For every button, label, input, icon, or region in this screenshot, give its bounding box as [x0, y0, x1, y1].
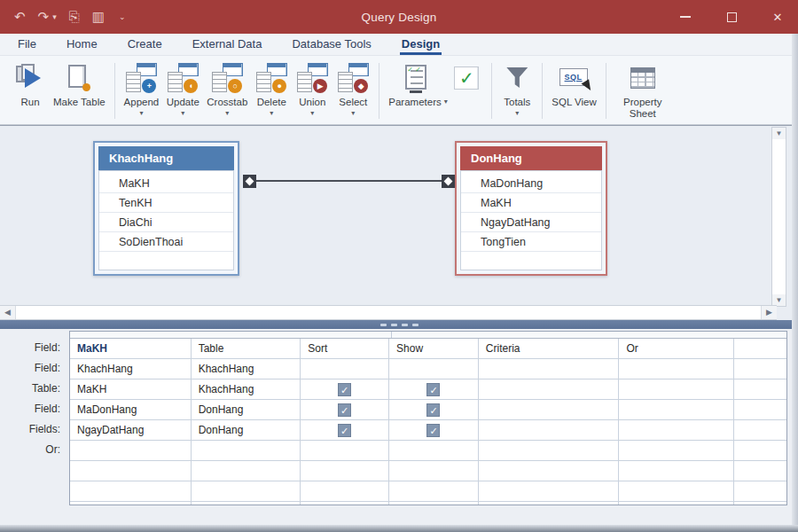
grid-cell[interactable]	[389, 481, 479, 501]
crosstab-button[interactable]: ○Crosstab▾	[203, 59, 251, 117]
property-sheet-button[interactable]: Property Sheet	[612, 59, 674, 120]
table-card-title[interactable]: KhachHang	[98, 146, 234, 170]
dropdown-caret-icon[interactable]: ▾	[515, 109, 519, 117]
table-card-donhang[interactable]: DonHang MaDonHangMaKHNgayDatHangTongTien	[455, 141, 607, 276]
grid-cell[interactable]	[70, 502, 192, 505]
field-row-tenkh[interactable]: TenKH	[99, 193, 233, 213]
grid-cell[interactable]	[734, 339, 786, 358]
grid-cell[interactable]	[479, 502, 620, 505]
sql-view-button[interactable]: SQLSQL View	[548, 59, 600, 108]
show-checkbox[interactable]: ✓	[426, 403, 440, 417]
grid-cell[interactable]	[619, 359, 734, 379]
dropdown-caret-icon[interactable]: ▾	[310, 109, 314, 117]
grid-cell[interactable]	[389, 441, 479, 460]
grid-cell[interactable]	[479, 359, 620, 379]
table-card-khachhang[interactable]: KhachHang MaKHTenKHDiaChiSoDienThoai	[93, 141, 239, 276]
grid-cell[interactable]	[479, 379, 620, 399]
field-row-tongtien[interactable]: TongTien	[461, 232, 601, 252]
grid-cell[interactable]	[479, 420, 620, 440]
dropdown-caret-icon[interactable]: ▾	[351, 109, 355, 117]
grid-cell[interactable]: KhachHang	[192, 379, 301, 399]
tab-database-tools[interactable]: Database Tools	[290, 35, 372, 54]
tab-home[interactable]: Home	[65, 35, 99, 54]
query-grid[interactable]: MaKHTableSortShowCriteriaOrKhachHangKhac…	[69, 331, 787, 505]
scroll-right-icon[interactable]: ▶	[761, 306, 777, 319]
show-checkbox[interactable]: ✓	[338, 383, 351, 396]
run-button[interactable]: Run	[11, 59, 50, 108]
grid-cell[interactable]: DonHang	[192, 420, 301, 440]
grid-cell[interactable]	[479, 441, 620, 460]
grid-cell[interactable]	[70, 461, 192, 481]
dropdown-caret-icon[interactable]: ▾	[444, 98, 448, 106]
grid-cell[interactable]: KhachHang	[192, 359, 301, 379]
vertical-scrollbar[interactable]: ▼ ▼	[771, 127, 786, 307]
grid-cell[interactable]	[389, 461, 479, 481]
grid-cell[interactable]	[619, 379, 734, 399]
grid-cell[interactable]: Or	[619, 339, 734, 358]
grid-cell[interactable]	[619, 502, 734, 505]
grid-cell[interactable]	[734, 502, 786, 505]
grid-cell[interactable]	[301, 359, 389, 379]
union-button[interactable]: ▶Union▾	[292, 59, 332, 117]
tab-external-data[interactable]: External Data	[191, 35, 264, 54]
close-button[interactable]: ✕	[766, 5, 789, 28]
grid-cell[interactable]	[192, 502, 301, 505]
tab-design[interactable]: Design	[400, 35, 442, 54]
field-row-makh[interactable]: MaKH	[99, 174, 233, 193]
grid-cell[interactable]	[734, 420, 786, 440]
grid-cell[interactable]	[734, 461, 786, 481]
show-checkbox[interactable]: ✓	[426, 383, 440, 396]
grid-cell[interactable]: ✓	[389, 400, 479, 419]
grid-cell[interactable]	[734, 441, 786, 460]
grid-cell[interactable]: Criteria	[479, 339, 620, 358]
grid-cell[interactable]	[734, 481, 786, 501]
tab-create[interactable]: Create	[126, 35, 164, 54]
horizontal-scrollbar[interactable]: ◀ ▶	[0, 305, 777, 320]
grid-cell[interactable]	[389, 359, 479, 379]
grid-cell[interactable]	[619, 441, 734, 460]
show-checkbox[interactable]: ✓	[426, 424, 440, 437]
grid-cell[interactable]	[479, 481, 620, 501]
grid-cell[interactable]: KhachHang	[70, 359, 192, 379]
grid-cell[interactable]	[70, 441, 192, 460]
grid-cell[interactable]	[192, 461, 301, 481]
grid-cell[interactable]	[479, 400, 620, 419]
tab-file[interactable]: File	[16, 35, 38, 54]
grid-cell[interactable]	[619, 400, 734, 419]
grid-cell[interactable]	[619, 420, 734, 440]
table-card-title[interactable]: DonHang	[460, 146, 602, 170]
grid-cell[interactable]	[301, 461, 389, 481]
dropdown-caret-icon[interactable]: ▾	[181, 109, 184, 117]
totals-button[interactable]: Totals▾	[497, 59, 536, 117]
grid-cell[interactable]	[192, 481, 301, 501]
grid-cell[interactable]	[619, 481, 734, 501]
maximize-button[interactable]	[720, 5, 743, 28]
scroll-left-icon[interactable]: ◀	[0, 306, 16, 319]
grid-cell[interactable]: ✓	[389, 379, 479, 399]
grid-cell[interactable]	[479, 461, 620, 481]
delete-button[interactable]: ●Delete▾	[251, 59, 292, 117]
parameters-button[interactable]: ✓ ✓Parameters▾	[385, 59, 447, 108]
append-button[interactable]: +Append▾	[121, 59, 163, 117]
dropdown-caret-icon[interactable]: ▾	[225, 109, 229, 117]
grid-cell[interactable]	[70, 481, 192, 501]
grid-cell[interactable]	[192, 441, 301, 460]
dropdown-caret-icon[interactable]: ▾	[139, 109, 143, 117]
grid-cell[interactable]	[301, 441, 389, 460]
show-checkbox[interactable]: ✓	[338, 403, 351, 417]
grid-cell[interactable]	[619, 461, 734, 481]
grid-cell[interactable]: MaKH	[70, 339, 192, 358]
select-button[interactable]: ◆Select▾	[332, 59, 373, 117]
grid-cell[interactable]: NgayDatHang	[70, 420, 192, 440]
pane-splitter[interactable]	[0, 320, 798, 329]
minimize-button[interactable]	[674, 5, 697, 28]
scroll-up-icon[interactable]: ▼	[772, 128, 786, 139]
grid-cell[interactable]: Sort	[301, 339, 389, 358]
grid-cell[interactable]	[389, 502, 479, 505]
grid-cell[interactable]	[734, 379, 786, 399]
grid-cell[interactable]: ✓	[389, 420, 479, 440]
query-design-canvas[interactable]: KhachHang MaKHTenKHDiaChiSoDienThoai Don…	[0, 125, 792, 320]
grid-cell[interactable]: ✓	[301, 420, 389, 440]
dropdown-caret-icon[interactable]: ▾	[270, 109, 273, 117]
field-row-ngaydathang[interactable]: NgayDatHang	[461, 213, 601, 232]
